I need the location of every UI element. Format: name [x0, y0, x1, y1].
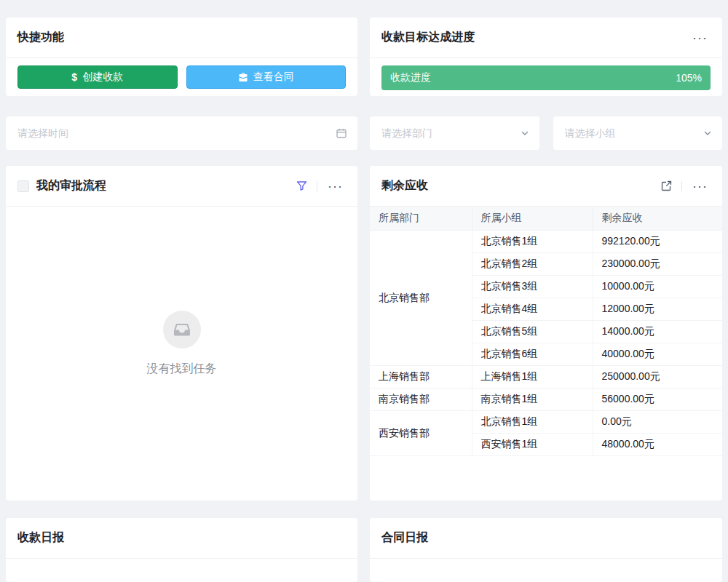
time-picker-input[interactable]	[6, 116, 357, 150]
select-filter-row	[370, 116, 722, 150]
approval-checkbox[interactable]	[17, 180, 29, 192]
dollar-icon: $	[71, 71, 77, 83]
dashboard-page: 快捷功能 $ 创建收款 查看合同	[0, 0, 728, 582]
divider	[317, 181, 317, 191]
collection-progress-bar: 收款进度 105%	[381, 65, 711, 90]
contract-daily-card: 合同日报	[370, 518, 722, 582]
briefcase-icon	[238, 72, 248, 82]
amount-cell: 12000.00元	[593, 298, 722, 321]
empty-inbox-icon	[163, 311, 201, 348]
department-select-input[interactable]	[370, 116, 539, 150]
amount-cell: 56000.00元	[593, 388, 722, 411]
receivables-table-wrap[interactable]: 所属部门 所属小组 剩余应收 北京销售部 北京销售1组 992120.00元 北…	[370, 207, 722, 501]
target-progress-card: 收款目标达成进度 ··· 收款进度 105%	[370, 17, 722, 96]
payment-daily-header: 收款日报	[6, 518, 357, 559]
left-column: 快捷功能 $ 创建收款 查看合同	[6, 17, 357, 582]
table-row: 南京销售部 南京销售1组 56000.00元	[370, 388, 722, 411]
approval-title: 我的审批流程	[36, 178, 106, 194]
chevron-down-icon	[703, 129, 712, 137]
create-payment-label: 创建收款	[82, 71, 123, 84]
view-contract-button[interactable]: 查看合同	[186, 65, 347, 89]
amount-cell: 40000.00元	[593, 343, 722, 366]
filter-icon[interactable]	[294, 178, 309, 194]
external-link-icon[interactable]	[659, 178, 674, 194]
receivables-more-button[interactable]: ···	[689, 178, 711, 194]
calendar-icon	[336, 127, 347, 139]
table-row: 上海销售部 上海销售1组 250000.00元	[370, 366, 722, 388]
table-header-row: 所属部门 所属小组 剩余应收	[370, 207, 722, 231]
progress-bar-label: 收款进度	[390, 71, 431, 84]
receivables-table: 所属部门 所属小组 剩余应收 北京销售部 北京销售1组 992120.00元 北…	[370, 207, 722, 456]
group-cell: 北京销售4组	[472, 298, 593, 321]
view-contract-label: 查看合同	[253, 71, 294, 84]
dept-cell: 上海销售部	[370, 366, 472, 388]
payment-daily-card: 收款日报	[6, 518, 357, 582]
contract-daily-header: 合同日报	[370, 518, 722, 559]
dept-cell: 南京销售部	[370, 388, 472, 411]
group-cell: 北京销售1组	[472, 231, 593, 253]
group-cell: 北京销售5组	[472, 321, 593, 343]
time-picker[interactable]	[6, 116, 357, 150]
group-select-input[interactable]	[553, 116, 723, 150]
dept-cell: 北京销售部	[370, 231, 472, 366]
approval-card: 我的审批流程 ··· 没有找到任务	[6, 166, 357, 501]
col-group: 所属小组	[472, 207, 593, 231]
amount-cell: 250000.00元	[593, 366, 722, 388]
divider	[681, 181, 682, 191]
department-select[interactable]	[370, 116, 539, 150]
target-progress-more-button[interactable]: ···	[689, 30, 711, 46]
amount-cell: 230000.00元	[593, 253, 722, 276]
target-progress-header: 收款目标达成进度 ···	[370, 17, 722, 58]
group-cell: 南京销售1组	[472, 388, 593, 411]
approval-more-button[interactable]: ···	[325, 178, 346, 194]
amount-cell: 0.00元	[593, 411, 722, 434]
quick-functions-body: $ 创建收款 查看合同	[6, 58, 357, 89]
empty-text: 没有找到任务	[147, 362, 217, 377]
col-department: 所属部门	[370, 207, 472, 231]
amount-cell: 14000.00元	[593, 321, 722, 343]
create-payment-button[interactable]: $ 创建收款	[17, 65, 178, 89]
chevron-down-icon	[521, 129, 529, 137]
amount-cell: 10000.00元	[593, 276, 722, 298]
group-cell: 北京销售1组	[472, 411, 593, 434]
receivables-card: 剩余应收 ··· 所属部门	[370, 166, 722, 501]
contract-daily-title: 合同日报	[381, 530, 428, 546]
table-row: 西安销售部 北京销售1组 0.00元	[370, 411, 722, 434]
group-select[interactable]	[553, 116, 723, 150]
group-cell: 西安销售1组	[472, 434, 593, 456]
amount-cell: 992120.00元	[593, 231, 722, 253]
receivables-title: 剩余应收	[381, 178, 428, 194]
target-progress-body: 收款进度 105%	[370, 58, 722, 90]
quick-functions-title: 快捷功能	[17, 30, 64, 45]
target-progress-title: 收款目标达成进度	[381, 30, 475, 45]
group-cell: 北京销售2组	[472, 253, 593, 276]
quick-functions-card: 快捷功能 $ 创建收款 查看合同	[6, 17, 357, 96]
dept-cell: 西安销售部	[370, 411, 472, 456]
approval-empty-state: 没有找到任务	[6, 196, 357, 490]
quick-functions-header: 快捷功能	[6, 17, 357, 58]
group-cell: 北京销售3组	[472, 276, 593, 298]
receivables-header: 剩余应收 ···	[370, 166, 722, 207]
progress-percent: 105%	[676, 72, 702, 84]
table-row: 北京销售部 北京销售1组 992120.00元	[370, 231, 722, 253]
right-column: 收款目标达成进度 ··· 收款进度 105%	[370, 17, 722, 582]
col-amount: 剩余应收	[593, 207, 722, 231]
group-cell: 北京销售6组	[472, 343, 593, 366]
time-filter-row	[6, 116, 357, 150]
group-cell: 上海销售1组	[472, 366, 593, 388]
payment-daily-title: 收款日报	[17, 530, 64, 546]
amount-cell: 48000.00元	[593, 434, 722, 456]
